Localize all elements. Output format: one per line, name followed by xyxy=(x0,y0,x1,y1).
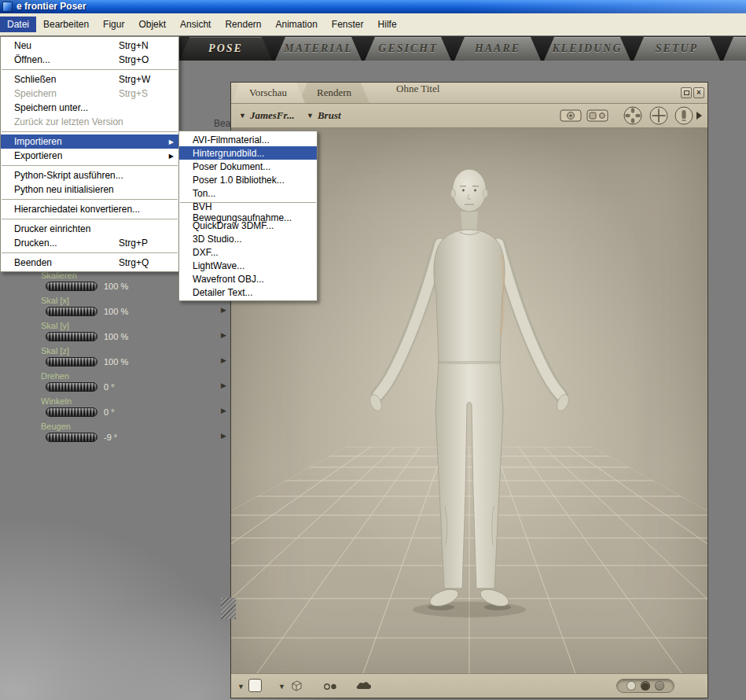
file-menu-item-exportieren[interactable]: Exportieren▶ xyxy=(1,149,178,163)
import-item-ton[interactable]: Ton... xyxy=(179,186,317,200)
menubar-item-animation[interactable]: Animation xyxy=(268,17,324,32)
camera-trackball-icon[interactable] xyxy=(623,105,643,129)
doc-close-button[interactable]: × xyxy=(693,87,704,98)
title-bar[interactable]: e frontier Poser xyxy=(0,0,746,13)
menubar-item-objekt[interactable]: Objekt xyxy=(131,17,173,32)
parameter-arrow-icon[interactable]: ▶ xyxy=(221,407,226,414)
figure-select-dropdown[interactable]: ▼ JamesFr... xyxy=(239,109,295,122)
parameter-row-beugen: Beugen-9 °▶ xyxy=(36,422,230,447)
menubar-item-bearbeiten[interactable]: Bearbeiten xyxy=(36,17,96,32)
import-item-hintergrundbild[interactable]: Hintergrundbild... xyxy=(179,146,317,160)
tab-vorschau-label: Vorschau xyxy=(249,87,287,98)
file-menu-item-speichern[interactable]: SpeichernStrg+S xyxy=(1,87,178,101)
doc-nav-pill[interactable] xyxy=(616,679,674,693)
parameter-dial[interactable] xyxy=(46,307,97,316)
menu-item-label: AVI-Filmmaterial... xyxy=(193,134,270,146)
tracking-cube-icon[interactable] xyxy=(289,679,303,696)
file-menu-item-neu[interactable]: NeuStrg+N xyxy=(1,39,178,53)
import-item-dxf[interactable]: DXF... xyxy=(179,245,317,259)
room-tab-gesicht[interactable]: GESICHT xyxy=(365,37,451,61)
tab-rendern-label: Rendern xyxy=(317,87,351,98)
menu-item-label: 3D Studio... xyxy=(193,234,242,245)
room-tab-haare[interactable]: HAARE xyxy=(454,37,541,61)
parameter-dial[interactable] xyxy=(46,282,97,291)
menu-item-label: Exportieren xyxy=(14,150,62,161)
file-menu-item-python-skript-ausf-hren[interactable]: Python-Skript ausführen... xyxy=(1,168,178,182)
import-item-avi-filmmaterial[interactable]: AVI-Filmmaterial... xyxy=(179,133,317,146)
menu-item-label: Importieren xyxy=(14,136,62,147)
room-tab-setup[interactable]: SETUP xyxy=(634,37,720,61)
parameter-dial[interactable] xyxy=(46,407,97,417)
light-control-icon[interactable] xyxy=(674,105,694,129)
camera-select-icon[interactable] xyxy=(586,108,608,127)
menu-item-shortcut: Strg+W xyxy=(119,74,150,85)
actor-select-dropdown[interactable]: ▼ Brust xyxy=(307,109,341,122)
menu-item-label: Poser 1.0 Bibliothek... xyxy=(193,175,285,186)
figure-torso[interactable] xyxy=(434,230,505,368)
display-style-swatch[interactable] xyxy=(248,679,262,692)
palette-resize-handle[interactable] xyxy=(221,598,236,619)
menubar-item-rendern[interactable]: Rendern xyxy=(218,17,268,32)
tab-vorschau[interactable]: Vorschau xyxy=(231,83,305,103)
parameter-dial[interactable] xyxy=(46,382,97,392)
parameter-arrow-icon[interactable]: ▶ xyxy=(221,331,226,339)
file-menu-item-drucker-einrichten[interactable]: Drucker einrichten xyxy=(1,222,178,236)
file-menu-item-drucken[interactable]: Drucken...Strg+P xyxy=(1,236,178,250)
figure-head[interactable] xyxy=(453,169,487,212)
file-menu-item-python-neu-initialisieren[interactable]: Python neu initialisieren xyxy=(1,182,178,197)
menubar-item-datei[interactable]: Datei xyxy=(0,17,36,32)
file-menu-item-zur-ck-zur-letzten-version[interactable]: Zurück zur letzten Version xyxy=(1,115,178,129)
figure-right-brow xyxy=(472,186,479,187)
parameter-arrow-icon[interactable]: ▶ xyxy=(221,356,226,364)
nav-dot-2[interactable] xyxy=(641,681,650,691)
file-menu-item-beenden[interactable]: BeendenStrg+Q xyxy=(1,256,178,270)
room-tab-co[interactable]: CO xyxy=(723,37,746,61)
parameter-arrow-icon[interactable]: ▶ xyxy=(221,381,226,389)
figure-left-ear xyxy=(451,190,456,198)
figure-neck[interactable] xyxy=(461,212,478,232)
parameter-arrow-icon[interactable]: ▶ xyxy=(221,306,226,314)
toolbar-expand-arrow-icon[interactable] xyxy=(696,112,702,120)
nav-dot-3[interactable] xyxy=(655,681,664,691)
file-menu-item-schlie-en[interactable]: SchließenStrg+W xyxy=(1,72,178,87)
tracking-mode-dropdown-icon[interactable]: ▼ xyxy=(278,683,285,691)
import-item-poser-dokument[interactable]: Poser Dokument... xyxy=(179,160,317,173)
import-item-detailer-text[interactable]: Detailer Text... xyxy=(179,286,317,299)
import-item-wavefront-obj[interactable]: Wavefront OBJ... xyxy=(179,272,317,286)
poser-app-window: e frontier Poser DateiBearbeitenFigurObj… xyxy=(0,0,746,700)
depth-cue-icon[interactable] xyxy=(355,680,374,694)
menubar-item-figur[interactable]: Figur xyxy=(96,17,131,32)
file-menu-item-importieren[interactable]: Importieren▶ xyxy=(1,134,178,149)
room-tab-kleidung[interactable]: KLEIDUNG xyxy=(544,37,630,61)
import-item-bvh-bewegungsaufnahme[interactable]: BVH Bewegungsaufnahme... xyxy=(179,205,317,219)
file-menu-item-ffnen[interactable]: Öffnen...Strg+O xyxy=(1,53,178,67)
menu-item-shortcut: Strg+N xyxy=(119,40,149,51)
menubar-item-fenster[interactable]: Fenster xyxy=(325,17,371,32)
doc-float-button[interactable] xyxy=(681,87,692,98)
parameter-dial[interactable] xyxy=(46,332,97,341)
tab-rendern[interactable]: Rendern xyxy=(299,83,369,103)
file-menu-item-hierarchiedatei-konvertieren[interactable]: Hierarchiedatei konvertieren... xyxy=(1,202,178,216)
parameter-value: 100 % xyxy=(104,282,128,291)
menubar-item-hilfe[interactable]: Hilfe xyxy=(371,17,404,32)
import-item-quickdraw-3dmf[interactable]: QuickDraw 3DMF... xyxy=(179,219,317,232)
parameter-dial[interactable] xyxy=(46,357,97,367)
menu-item-shortcut: Strg+P xyxy=(119,238,148,249)
import-item-lightwave[interactable]: LightWave... xyxy=(179,259,317,272)
menubar-item-ansicht[interactable]: Ansicht xyxy=(173,17,218,32)
menu-item-label: QuickDraw 3DMF... xyxy=(193,220,274,231)
display-style-dropdown-icon[interactable]: ▼ xyxy=(237,683,244,691)
file-menu-item-speichern-unter[interactable]: Speichern unter... xyxy=(1,101,178,115)
camera-flyaround-icon[interactable] xyxy=(560,108,582,127)
parameter-arrow-icon[interactable]: ▶ xyxy=(221,432,226,440)
nav-dot-1[interactable] xyxy=(627,681,636,691)
room-tab-material[interactable]: MATERIAL xyxy=(275,37,362,61)
doc-header[interactable]: Vorschau Rendern Ohne Titel × xyxy=(231,83,707,104)
room-tab-pose[interactable]: POSE xyxy=(179,37,272,61)
parameter-dial[interactable] xyxy=(46,433,97,442)
multi-view-icon[interactable] xyxy=(322,680,340,696)
import-item-poser-1-0-bibliothek[interactable]: Poser 1.0 Bibliothek... xyxy=(179,173,317,186)
menu-item-label: Wavefront OBJ... xyxy=(193,274,264,285)
camera-move-icon[interactable] xyxy=(649,105,669,129)
import-item-3d-studio[interactable]: 3D Studio... xyxy=(179,232,317,245)
